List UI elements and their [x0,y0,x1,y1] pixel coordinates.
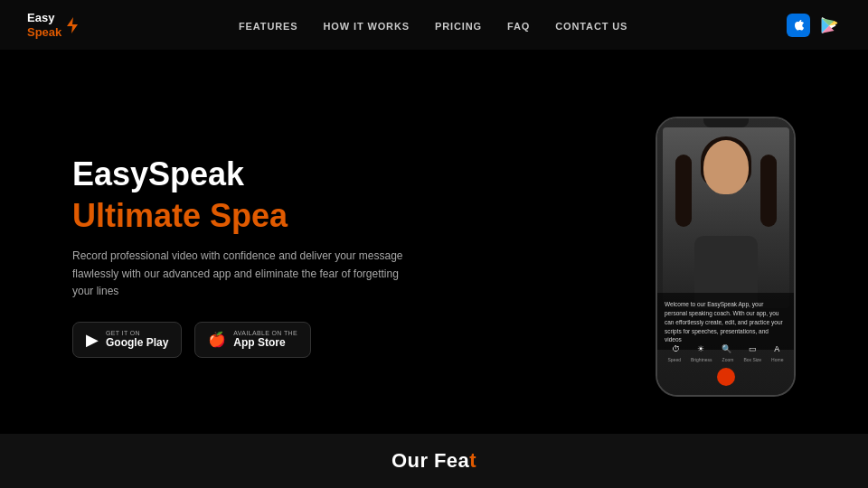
phone-ctrl-labels: Speed Brightness Zoom Box Size Home [657,357,794,362]
phone-mockup-container: Welcome to our EasySpeak App, your perso… [656,117,796,397]
apple-store-icon[interactable] [787,14,810,37]
logo[interactable]: Easy Speak [27,11,80,39]
google-play-button-small: GET IT ON [106,330,168,336]
phone-person-head [703,140,749,194]
apple-icon: 🍎 [208,331,226,348]
logo-icon [65,16,80,34]
hero-title: EasySpeak [72,155,619,193]
phone-frame: Welcome to our EasySpeak App, your perso… [656,117,796,397]
nav-pricing[interactable]: PRICING [435,21,482,32]
app-store-button-small: Available on the [233,330,297,336]
hero-section: EasySpeak Ultimate Spea Record professio… [0,50,868,436]
phone-ctrl-icons: ⏱ ☀ 🔍 ▭ A [657,344,794,353]
nav-faq[interactable]: FAQ [507,21,530,32]
nav-features[interactable]: FEATURES [239,21,298,32]
google-play-button-icon: ▶ [86,330,99,350]
phone-person-hair-left [675,155,692,227]
app-store-button-name: App Store [233,336,297,349]
nav-how-it-works[interactable]: HOW IT WORKS [323,21,410,32]
app-store-button[interactable]: 🍎 Available on the App Store [194,322,311,358]
google-play-icon[interactable] [817,14,841,37]
footer-accent: t [469,449,476,472]
logo-line1: Easy [27,11,61,25]
phone-person-hair-right [760,155,777,227]
home-icon[interactable]: A [774,344,779,353]
box-size-icon[interactable]: ▭ [749,344,757,353]
speed-icon[interactable]: ⏱ [672,344,680,353]
nav-store-icons [787,14,841,37]
hero-left: EasySpeak Ultimate Spea Record professio… [72,155,656,358]
brightness-icon[interactable]: ☀ [697,344,704,353]
hero-subtitle: Ultimate Spea [72,197,619,235]
phone-notch [703,118,749,127]
brightness-label: Brightness [691,357,712,362]
footer-text: Our Feat [392,449,476,473]
hero-buttons: ▶ GET IT ON Google Play 🍎 Available on t… [72,322,619,358]
home-label: Home [771,357,783,362]
logo-line2: Speak [27,25,61,40]
google-play-button-text: GET IT ON Google Play [106,330,168,349]
nav-contact[interactable]: CONTACT US [555,21,627,32]
nav-links: FEATURES HOW IT WORKS PRICING FAQ CONTAC… [239,17,627,33]
box-size-label: Box Size [743,357,761,362]
app-store-button-text: Available on the App Store [233,330,297,349]
phone-person [663,127,789,308]
google-play-button-name: Google Play [106,336,168,349]
hero-description: Record professional video with confidenc… [72,248,407,300]
phone-screen: Welcome to our EasySpeak App, your perso… [657,118,794,395]
zoom-label: Zoom [722,357,734,362]
phone-overlay-text: Welcome to our EasySpeak App, your perso… [665,300,787,344]
speed-label: Speed [668,357,681,362]
google-play-button[interactable]: ▶ GET IT ON Google Play [72,322,182,358]
footer-strip: Our Feat [0,434,868,488]
phone-overlay: Welcome to our EasySpeak App, your perso… [657,293,794,350]
phone-controls: ⏱ ☀ 🔍 ▭ A Speed Brightness Zoom Box Size… [657,344,794,388]
zoom-icon[interactable]: 🔍 [722,344,731,353]
navbar: Easy Speak FEATURES HOW IT WORKS PRICING… [0,0,868,50]
record-button[interactable] [717,368,735,386]
